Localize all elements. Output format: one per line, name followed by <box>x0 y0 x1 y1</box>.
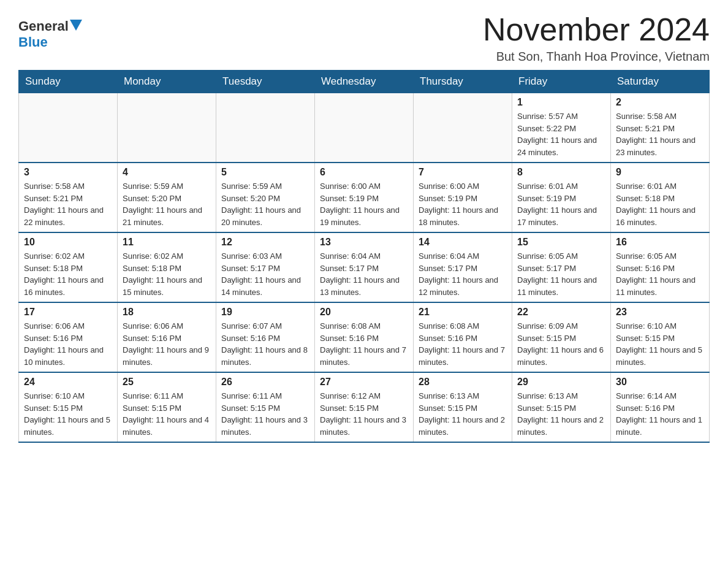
calendar-header-thursday: Thursday <box>414 71 512 93</box>
calendar-cell: 25Sunrise: 6:11 AM Sunset: 5:15 PM Dayli… <box>118 372 216 442</box>
calendar-cell: 22Sunrise: 6:09 AM Sunset: 5:15 PM Dayli… <box>512 302 611 372</box>
calendar-cell: 27Sunrise: 6:12 AM Sunset: 5:15 PM Dayli… <box>315 372 414 442</box>
calendar-header-saturday: Saturday <box>611 71 710 93</box>
day-info: Sunrise: 6:05 AM Sunset: 5:17 PM Dayligh… <box>517 250 605 298</box>
day-number: 11 <box>123 237 211 248</box>
day-info: Sunrise: 5:59 AM Sunset: 5:20 PM Dayligh… <box>123 180 211 228</box>
calendar-week-row: 24Sunrise: 6:10 AM Sunset: 5:15 PM Dayli… <box>19 372 710 442</box>
logo-blue-text: Blue <box>18 34 48 50</box>
day-info: Sunrise: 6:00 AM Sunset: 5:19 PM Dayligh… <box>320 180 408 228</box>
month-title: November 2024 <box>483 12 710 47</box>
day-number: 2 <box>616 97 704 108</box>
day-number: 28 <box>419 377 507 388</box>
calendar-cell: 9Sunrise: 6:01 AM Sunset: 5:18 PM Daylig… <box>611 163 710 232</box>
day-info: Sunrise: 6:11 AM Sunset: 5:15 PM Dayligh… <box>123 390 211 438</box>
calendar-cell: 12Sunrise: 6:03 AM Sunset: 5:17 PM Dayli… <box>216 232 315 302</box>
calendar-cell: 24Sunrise: 6:10 AM Sunset: 5:15 PM Dayli… <box>19 372 118 442</box>
calendar-header-monday: Monday <box>118 71 216 93</box>
day-number: 6 <box>320 167 408 178</box>
day-number: 24 <box>24 377 112 388</box>
calendar-cell: 19Sunrise: 6:07 AM Sunset: 5:16 PM Dayli… <box>216 302 315 372</box>
day-number: 7 <box>419 167 507 178</box>
calendar-cell: 18Sunrise: 6:06 AM Sunset: 5:16 PM Dayli… <box>118 302 216 372</box>
day-number: 22 <box>517 307 605 318</box>
day-info: Sunrise: 6:04 AM Sunset: 5:17 PM Dayligh… <box>419 250 507 298</box>
calendar-cell: 14Sunrise: 6:04 AM Sunset: 5:17 PM Dayli… <box>414 232 512 302</box>
calendar-header-sunday: Sunday <box>19 71 118 93</box>
day-info: Sunrise: 6:05 AM Sunset: 5:16 PM Dayligh… <box>616 250 704 298</box>
calendar-cell: 29Sunrise: 6:13 AM Sunset: 5:15 PM Dayli… <box>512 372 611 442</box>
calendar-cell: 21Sunrise: 6:08 AM Sunset: 5:16 PM Dayli… <box>414 302 512 372</box>
day-number: 21 <box>419 307 507 318</box>
day-number: 23 <box>616 307 704 318</box>
day-number: 29 <box>517 377 605 388</box>
day-info: Sunrise: 6:02 AM Sunset: 5:18 PM Dayligh… <box>24 250 112 298</box>
logo-general-text: General <box>18 18 69 34</box>
day-info: Sunrise: 5:57 AM Sunset: 5:22 PM Dayligh… <box>517 110 605 158</box>
day-number: 8 <box>517 167 605 178</box>
calendar-cell <box>315 93 414 163</box>
day-info: Sunrise: 6:13 AM Sunset: 5:15 PM Dayligh… <box>517 390 605 438</box>
calendar-cell: 10Sunrise: 6:02 AM Sunset: 5:18 PM Dayli… <box>19 232 118 302</box>
day-info: Sunrise: 6:08 AM Sunset: 5:16 PM Dayligh… <box>320 320 408 368</box>
day-number: 4 <box>123 167 211 178</box>
calendar-cell: 2Sunrise: 5:58 AM Sunset: 5:21 PM Daylig… <box>611 93 710 163</box>
day-number: 15 <box>517 237 605 248</box>
day-info: Sunrise: 6:02 AM Sunset: 5:18 PM Dayligh… <box>123 250 211 298</box>
day-info: Sunrise: 6:09 AM Sunset: 5:15 PM Dayligh… <box>517 320 605 368</box>
calendar-cell: 30Sunrise: 6:14 AM Sunset: 5:16 PM Dayli… <box>611 372 710 442</box>
calendar-header-row: SundayMondayTuesdayWednesdayThursdayFrid… <box>19 71 710 93</box>
day-number: 5 <box>221 167 309 178</box>
day-info: Sunrise: 6:06 AM Sunset: 5:16 PM Dayligh… <box>123 320 211 368</box>
day-info: Sunrise: 6:04 AM Sunset: 5:17 PM Dayligh… <box>320 250 408 298</box>
calendar-header-friday: Friday <box>512 71 611 93</box>
day-info: Sunrise: 6:10 AM Sunset: 5:15 PM Dayligh… <box>24 390 112 438</box>
calendar-cell <box>118 93 216 163</box>
calendar-cell: 5Sunrise: 5:59 AM Sunset: 5:20 PM Daylig… <box>216 163 315 232</box>
calendar-cell: 15Sunrise: 6:05 AM Sunset: 5:17 PM Dayli… <box>512 232 611 302</box>
logo-triangle-icon <box>70 20 82 31</box>
day-info: Sunrise: 6:08 AM Sunset: 5:16 PM Dayligh… <box>419 320 507 368</box>
calendar-cell: 16Sunrise: 6:05 AM Sunset: 5:16 PM Dayli… <box>611 232 710 302</box>
day-info: Sunrise: 5:58 AM Sunset: 5:21 PM Dayligh… <box>24 180 112 228</box>
day-number: 13 <box>320 237 408 248</box>
location-text: But Son, Thanh Hoa Province, Vietnam <box>483 50 710 64</box>
day-number: 10 <box>24 237 112 248</box>
calendar-cell: 11Sunrise: 6:02 AM Sunset: 5:18 PM Dayli… <box>118 232 216 302</box>
calendar-cell: 20Sunrise: 6:08 AM Sunset: 5:16 PM Dayli… <box>315 302 414 372</box>
day-info: Sunrise: 6:13 AM Sunset: 5:15 PM Dayligh… <box>419 390 507 438</box>
day-number: 3 <box>24 167 112 178</box>
day-info: Sunrise: 6:14 AM Sunset: 5:16 PM Dayligh… <box>616 390 704 438</box>
day-number: 14 <box>419 237 507 248</box>
calendar-cell: 6Sunrise: 6:00 AM Sunset: 5:19 PM Daylig… <box>315 163 414 232</box>
title-section: November 2024 But Son, Thanh Hoa Provinc… <box>483 12 710 64</box>
calendar-cell: 13Sunrise: 6:04 AM Sunset: 5:17 PM Dayli… <box>315 232 414 302</box>
calendar-table: SundayMondayTuesdayWednesdayThursdayFrid… <box>18 70 710 443</box>
day-number: 26 <box>221 377 309 388</box>
day-info: Sunrise: 5:58 AM Sunset: 5:21 PM Dayligh… <box>616 110 704 158</box>
calendar-header-tuesday: Tuesday <box>216 71 315 93</box>
calendar-cell: 23Sunrise: 6:10 AM Sunset: 5:15 PM Dayli… <box>611 302 710 372</box>
calendar-cell: 17Sunrise: 6:06 AM Sunset: 5:16 PM Dayli… <box>19 302 118 372</box>
calendar-cell <box>19 93 118 163</box>
day-info: Sunrise: 6:01 AM Sunset: 5:19 PM Dayligh… <box>517 180 605 228</box>
day-info: Sunrise: 6:01 AM Sunset: 5:18 PM Dayligh… <box>616 180 704 228</box>
calendar-cell <box>414 93 512 163</box>
page-header: General Blue November 2024 But Son, Than… <box>18 12 710 64</box>
calendar-week-row: 10Sunrise: 6:02 AM Sunset: 5:18 PM Dayli… <box>19 232 710 302</box>
svg-marker-0 <box>70 20 82 31</box>
calendar-cell: 8Sunrise: 6:01 AM Sunset: 5:19 PM Daylig… <box>512 163 611 232</box>
calendar-cell: 4Sunrise: 5:59 AM Sunset: 5:20 PM Daylig… <box>118 163 216 232</box>
day-number: 16 <box>616 237 704 248</box>
day-number: 20 <box>320 307 408 318</box>
logo: General Blue <box>18 12 82 50</box>
day-number: 30 <box>616 377 704 388</box>
day-number: 25 <box>123 377 211 388</box>
day-info: Sunrise: 6:03 AM Sunset: 5:17 PM Dayligh… <box>221 250 309 298</box>
day-info: Sunrise: 6:00 AM Sunset: 5:19 PM Dayligh… <box>419 180 507 228</box>
day-info: Sunrise: 6:06 AM Sunset: 5:16 PM Dayligh… <box>24 320 112 368</box>
calendar-cell: 3Sunrise: 5:58 AM Sunset: 5:21 PM Daylig… <box>19 163 118 232</box>
day-info: Sunrise: 5:59 AM Sunset: 5:20 PM Dayligh… <box>221 180 309 228</box>
day-number: 17 <box>24 307 112 318</box>
calendar-header-wednesday: Wednesday <box>315 71 414 93</box>
